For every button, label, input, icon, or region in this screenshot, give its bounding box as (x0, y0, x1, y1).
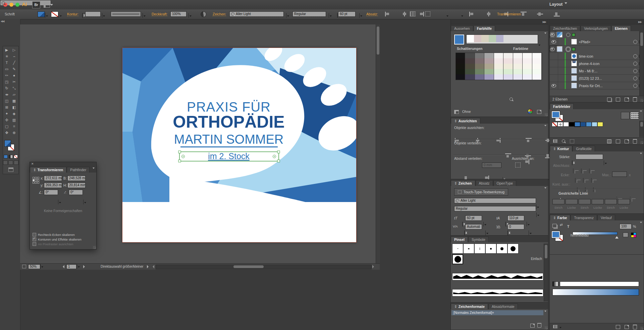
lock-toggle[interactable] (558, 82, 565, 89)
swatch[interactable] (552, 122, 557, 127)
width-profile-dropdown[interactable] (143, 13, 143, 18)
list-view-button[interactable] (621, 112, 630, 119)
lock-toggle[interactable] (558, 67, 565, 74)
delete-style-icon[interactable] (537, 323, 541, 328)
collapse-dock-icon[interactable]: ▶▶ (549, 19, 644, 24)
draw-behind-button[interactable] (8, 160, 13, 165)
fill-stroke-mini-icon[interactable] (552, 224, 557, 228)
align-top-button[interactable] (520, 11, 527, 17)
brush-swatch[interactable] (485, 244, 496, 254)
panel-tab[interactable]: Verknüpfungen (581, 25, 611, 31)
swatch-options-icon[interactable] (570, 139, 574, 143)
tracking-dropdown[interactable] (529, 230, 529, 235)
layer-thumbnail[interactable] (571, 53, 577, 59)
fill-proxy-chip[interactable] (552, 111, 560, 118)
swatch[interactable] (592, 122, 597, 127)
layer-name[interactable]: phone-4-icon (579, 62, 632, 66)
reference-point-locator[interactable] (33, 177, 39, 184)
variation-swatch[interactable] (465, 74, 475, 80)
layer-name[interactable]: Mo - Mi 8:... (579, 69, 632, 73)
variation-swatch[interactable] (532, 53, 542, 58)
panel-menu-icon[interactable] (544, 311, 547, 314)
weight-dropdown[interactable] (604, 160, 604, 165)
harmony-swatch[interactable] (474, 35, 481, 42)
next-artboard-button[interactable] (83, 265, 87, 268)
show-swatch-kinds-icon[interactable] (607, 139, 611, 143)
fill-proxy-chip[interactable] (4, 140, 11, 147)
envelope-distort-icon[interactable] (410, 11, 416, 16)
draw-inside-button[interactable] (14, 160, 18, 165)
variation-swatch[interactable] (494, 69, 503, 74)
rotate-field[interactable]: 0° (44, 190, 58, 195)
target-indicator[interactable] (633, 69, 637, 73)
variation-swatch[interactable] (465, 69, 475, 74)
brush-swatch[interactable] (507, 244, 519, 254)
brush-swatch[interactable] (452, 254, 463, 264)
grid-view-button[interactable] (630, 112, 639, 119)
selection-chip[interactable] (572, 33, 575, 37)
swatch[interactable] (586, 122, 592, 127)
scroll-left-arrow[interactable] (151, 265, 154, 268)
panel-menu-icon[interactable] (544, 125, 547, 129)
palette-header[interactable]: ✕ (30, 162, 96, 166)
variation-swatch[interactable] (513, 58, 523, 64)
artboard-list-dropdown[interactable] (77, 264, 77, 269)
target-indicator[interactable] (633, 84, 637, 88)
layer-row[interactable]: <Pfad> (550, 38, 644, 46)
horizontal-scrollbar[interactable] (156, 265, 372, 269)
align-text-right-button[interactable] (417, 11, 425, 17)
panel-tab[interactable]: Grafikstile (573, 146, 595, 151)
free-transform-tool[interactable]: ▱ (10, 91, 18, 98)
width-field[interactable]: 248,528 mm (67, 176, 86, 181)
align-middle-button[interactable] (536, 11, 544, 17)
weight-stepper[interactable] (572, 160, 573, 165)
variation-swatch[interactable] (532, 69, 542, 74)
variation-swatch[interactable] (532, 74, 542, 80)
variation-swatch[interactable] (475, 58, 484, 64)
variation-swatch[interactable] (494, 74, 503, 80)
checkbox-icon[interactable] (33, 233, 36, 237)
fill-proxy-chip[interactable] (552, 231, 560, 238)
vertical-scrollbar[interactable] (376, 24, 380, 263)
variation-swatch[interactable] (513, 53, 523, 58)
variation-swatch[interactable] (503, 74, 513, 80)
variation-swatch[interactable] (503, 53, 513, 58)
font-size-dropdown[interactable] (359, 13, 360, 18)
leading-field[interactable]: 110 pt (507, 215, 524, 221)
dashed-line-label[interactable]: Gestrichelte Linie (558, 191, 588, 195)
panel-tab[interactable]: Aussehen (451, 25, 473, 31)
align-left-button[interactable] (469, 11, 476, 17)
align-text-center-button[interactable] (401, 11, 408, 17)
collapse-dock-icon[interactable]: ▶▶ (450, 19, 548, 24)
new-sublayer-icon[interactable] (616, 97, 620, 102)
panel-tab[interactable]: Verlauf (597, 215, 615, 220)
harmony-strip[interactable] (466, 35, 538, 44)
stroke-weight-dropdown[interactable] (102, 13, 102, 18)
transform-link[interactable]: Transformieren (497, 12, 521, 16)
workspace-dropdown-arrow[interactable] (50, 4, 53, 7)
panel-tab[interactable]: Farbe (550, 215, 570, 220)
font-size-dropdown[interactable] (483, 222, 484, 226)
lock-toggle[interactable] (555, 31, 555, 38)
tint-value-field[interactable]: 100 (620, 224, 632, 229)
font-size-stepper[interactable] (462, 222, 463, 226)
type-tool[interactable]: T (3, 60, 10, 66)
stroke-weight-stepper[interactable] (82, 13, 83, 18)
collapse-tools-icon[interactable]: ◀◀ (1, 20, 4, 23)
brush-swatch[interactable] (474, 244, 485, 254)
font-style-field[interactable]: Regular (454, 206, 536, 211)
gradient-tool[interactable]: ◧ (10, 104, 18, 111)
align-to-artboard-icon[interactable] (515, 162, 521, 168)
variation-swatch[interactable] (484, 53, 494, 58)
variation-swatch[interactable] (484, 74, 494, 80)
align-to-selection-icon[interactable] (425, 11, 430, 16)
transform-palette[interactable]: ✕ Transformieren Pathfinder x: 272,611 m… (30, 162, 97, 250)
variation-swatch[interactable] (475, 64, 484, 69)
pencil-tool[interactable]: ✏ (3, 72, 10, 79)
variation-swatch[interactable] (456, 64, 465, 69)
swatch[interactable] (569, 122, 575, 127)
variation-swatch[interactable] (523, 74, 532, 80)
kerning-stepper[interactable] (464, 230, 465, 235)
character-label[interactable]: Zeichen: (213, 12, 226, 16)
resize-grip[interactable] (640, 99, 643, 102)
